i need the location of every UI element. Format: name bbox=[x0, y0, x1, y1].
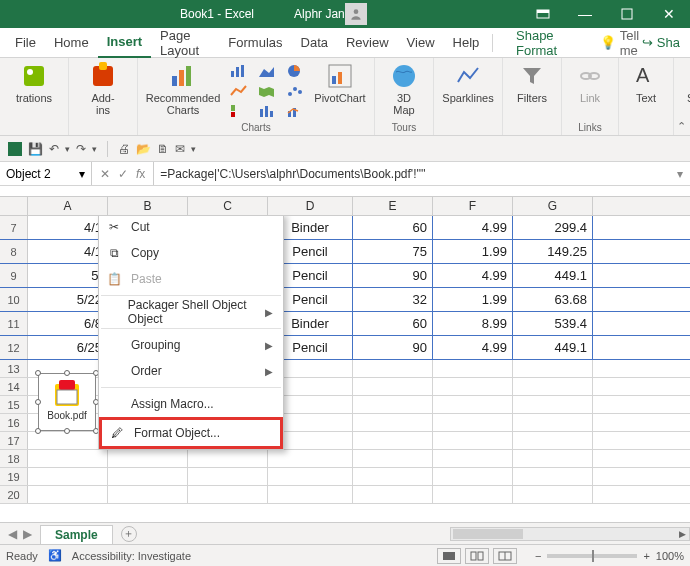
cell[interactable] bbox=[108, 450, 188, 467]
col-B[interactable]: B bbox=[108, 197, 188, 215]
view-page-layout[interactable] bbox=[465, 548, 489, 564]
cell[interactable] bbox=[188, 450, 268, 467]
chart-map-icon[interactable] bbox=[256, 82, 278, 100]
cell[interactable] bbox=[188, 486, 268, 503]
cell[interactable]: 32 bbox=[353, 288, 433, 311]
addins-button[interactable]: Add- ins bbox=[75, 62, 131, 118]
worksheet-grid[interactable]: A B C D E F G ✂ Cut ⧉ Copy 📋 Paste Pac bbox=[0, 196, 690, 522]
cancel-icon[interactable]: ✕ bbox=[100, 167, 110, 181]
cell[interactable]: 63.68 bbox=[513, 288, 593, 311]
col-D[interactable]: D bbox=[268, 197, 353, 215]
tab-home[interactable]: Home bbox=[45, 28, 98, 58]
avatar[interactable] bbox=[345, 3, 367, 25]
chart-win-icon[interactable] bbox=[228, 102, 250, 120]
ctx-grouping[interactable]: Grouping ▶ bbox=[99, 332, 283, 358]
row-header[interactable]: 17 bbox=[0, 432, 28, 449]
expand-formula-bar[interactable]: ▾ bbox=[670, 162, 690, 185]
cell[interactable] bbox=[108, 486, 188, 503]
tab-shape-format[interactable]: Shape Format bbox=[507, 28, 582, 58]
ctx-packager[interactable]: Packager Shell Object Object ▶ bbox=[99, 299, 283, 325]
zoom-out[interactable]: − bbox=[535, 550, 541, 562]
tab-view[interactable]: View bbox=[398, 28, 444, 58]
cell[interactable]: 5/ bbox=[28, 264, 108, 287]
sparklines-button[interactable]: Sparklines bbox=[440, 62, 496, 118]
symbols-button[interactable]: Ω Symbols bbox=[680, 62, 690, 118]
name-box[interactable]: Object 2 ▾ bbox=[0, 162, 92, 185]
sheet-tab-sample[interactable]: Sample bbox=[40, 525, 113, 544]
chart-pie-icon[interactable] bbox=[284, 62, 306, 80]
cell[interactable] bbox=[433, 468, 513, 485]
cell[interactable] bbox=[268, 486, 353, 503]
row-header[interactable]: 11 bbox=[0, 312, 28, 335]
undo-icon[interactable]: ↶ bbox=[49, 142, 59, 156]
cell[interactable] bbox=[28, 468, 108, 485]
3d-map-button[interactable]: 3D Map bbox=[381, 62, 427, 118]
cell[interactable] bbox=[513, 468, 593, 485]
cell[interactable]: 149.25 bbox=[513, 240, 593, 263]
cell[interactable]: 60 bbox=[353, 216, 433, 239]
cell[interactable] bbox=[188, 468, 268, 485]
cell[interactable]: 90 bbox=[353, 264, 433, 287]
pivotchart-button[interactable]: PivotChart bbox=[312, 62, 368, 118]
open-icon[interactable]: 📂 bbox=[136, 142, 151, 156]
chart-combo-icon[interactable] bbox=[284, 102, 306, 120]
chart-hist-icon[interactable] bbox=[256, 102, 278, 120]
ctx-assign-macro[interactable]: Assign Macro... bbox=[99, 391, 283, 417]
cell[interactable] bbox=[513, 396, 593, 413]
horizontal-scrollbar[interactable]: ◀ ▶ bbox=[450, 527, 690, 541]
cell[interactable]: 449.1 bbox=[513, 264, 593, 287]
new-sheet-button[interactable]: ＋ bbox=[121, 526, 137, 542]
table-row[interactable]: 18 bbox=[0, 450, 690, 468]
ctx-order[interactable]: Order ▶ bbox=[99, 358, 283, 384]
ribbon-display-options[interactable] bbox=[522, 0, 564, 28]
cell[interactable]: 90 bbox=[353, 336, 433, 359]
cell[interactable] bbox=[433, 360, 513, 377]
zoom-slider[interactable] bbox=[547, 554, 637, 558]
cell[interactable] bbox=[353, 396, 433, 413]
cell[interactable] bbox=[353, 378, 433, 395]
cell[interactable]: 539.4 bbox=[513, 312, 593, 335]
tab-data[interactable]: Data bbox=[292, 28, 337, 58]
cell[interactable] bbox=[28, 432, 108, 449]
row-header[interactable]: 8 bbox=[0, 240, 28, 263]
tab-help[interactable]: Help bbox=[444, 28, 489, 58]
col-E[interactable]: E bbox=[353, 197, 433, 215]
select-all-corner[interactable] bbox=[0, 197, 28, 215]
cell[interactable] bbox=[353, 414, 433, 431]
chart-bar-icon[interactable] bbox=[228, 62, 250, 80]
ctx-copy[interactable]: ⧉ Copy bbox=[99, 240, 283, 266]
collapse-ribbon-icon[interactable]: ⌃ bbox=[677, 120, 686, 133]
cell[interactable] bbox=[513, 486, 593, 503]
row-header[interactable]: 13 bbox=[0, 360, 28, 377]
cell[interactable] bbox=[108, 468, 188, 485]
cell[interactable]: 299.4 bbox=[513, 216, 593, 239]
cell[interactable] bbox=[433, 378, 513, 395]
cell[interactable] bbox=[353, 360, 433, 377]
table-row[interactable]: 19 bbox=[0, 468, 690, 486]
cell[interactable] bbox=[353, 468, 433, 485]
cell[interactable]: 5/22 bbox=[28, 288, 108, 311]
ctx-cut[interactable]: ✂ Cut bbox=[99, 216, 283, 240]
window-min[interactable]: — bbox=[564, 0, 606, 28]
col-F[interactable]: F bbox=[433, 197, 513, 215]
cell[interactable]: 6/25 bbox=[28, 336, 108, 359]
email-icon[interactable]: ✉ bbox=[175, 142, 185, 156]
undo-dropdown[interactable]: ▾ bbox=[65, 144, 70, 154]
fx-icon[interactable]: fx bbox=[136, 167, 145, 181]
cell[interactable]: 4.99 bbox=[433, 216, 513, 239]
row-header[interactable]: 9 bbox=[0, 264, 28, 287]
cell[interactable]: 6/8 bbox=[28, 312, 108, 335]
qat-customize[interactable]: ▾ bbox=[191, 144, 196, 154]
cell[interactable]: 4/1 bbox=[28, 216, 108, 239]
table-row[interactable]: 20 bbox=[0, 486, 690, 504]
zoom-in[interactable]: + bbox=[643, 550, 649, 562]
cell[interactable] bbox=[513, 360, 593, 377]
view-normal[interactable] bbox=[437, 548, 461, 564]
formula-input[interactable]: =Package|'C:\Users\alphr\Documents\Book.… bbox=[154, 162, 670, 185]
chart-line-icon[interactable] bbox=[228, 82, 250, 100]
cell[interactable] bbox=[513, 450, 593, 467]
view-page-break[interactable] bbox=[493, 548, 517, 564]
cell[interactable]: 4/1 bbox=[28, 240, 108, 263]
print-icon[interactable]: 🖨 bbox=[118, 142, 130, 156]
row-header[interactable]: 14 bbox=[0, 378, 28, 395]
